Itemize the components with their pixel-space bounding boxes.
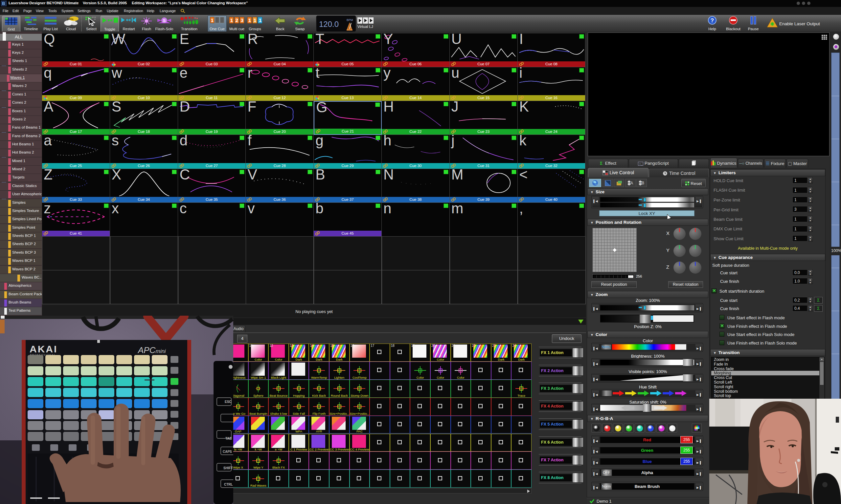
svg-text:S: S bbox=[163, 18, 166, 23]
svg-text:AKAI: AKAI bbox=[30, 344, 57, 354]
svg-text:TAB: TAB bbox=[225, 437, 232, 440]
svg-text:ESC: ESC bbox=[225, 400, 231, 403]
svg-text:3: 3 bbox=[241, 17, 243, 23]
svg-text:2: 2 bbox=[236, 17, 238, 23]
svg-text:B: B bbox=[2, 1, 5, 6]
svg-text:CAPS: CAPS bbox=[223, 450, 232, 453]
svg-text:1: 1 bbox=[259, 17, 261, 23]
svg-text:1: 1 bbox=[211, 18, 213, 23]
svg-text:?: ? bbox=[710, 17, 714, 24]
svg-text:SHIFT: SHIFT bbox=[223, 466, 233, 470]
svg-text:CTRL: CTRL bbox=[224, 483, 233, 486]
svg-text:1: 1 bbox=[248, 17, 251, 23]
svg-text:beta: beta bbox=[67, 17, 74, 21]
svg-text:1: 1 bbox=[230, 17, 233, 23]
svg-text:1: 1 bbox=[254, 17, 256, 23]
